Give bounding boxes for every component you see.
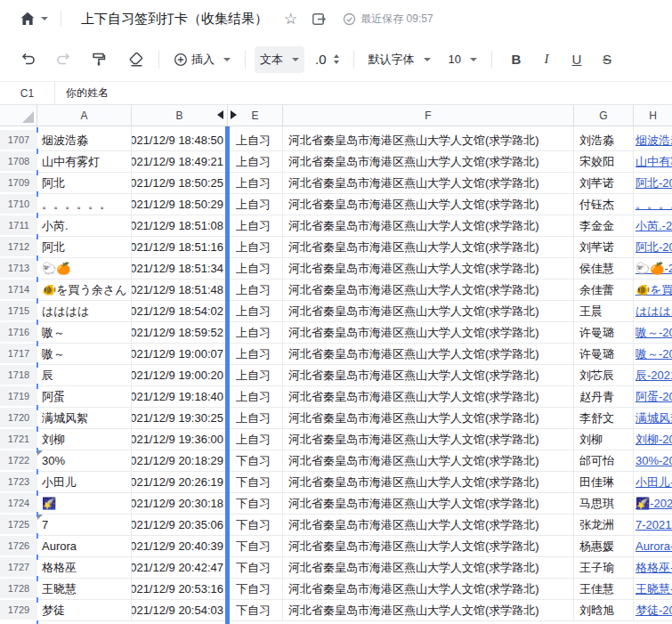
result-link[interactable]: はははは-2021/12/9 18:54:02	[636, 304, 672, 320]
result-link[interactable]: 阿蛋-2021/12/9 19:18:40	[636, 389, 672, 405]
cell-location[interactable]: 河北省秦皇岛市海港区燕山大学人文馆(求学路北)	[283, 130, 574, 151]
result-link[interactable]: 嗷～-2021/12/9 18:59:52	[636, 325, 672, 341]
cell-location[interactable]: 河北省秦皇岛市海港区燕山大学人文馆(求学路北)	[283, 301, 574, 322]
cell-session[interactable]: 上自习	[228, 408, 283, 429]
expand-hidden-columns-left-icon[interactable]	[217, 110, 223, 119]
cell-operator[interactable]: 赵丹青	[574, 386, 634, 408]
cell-name[interactable]: 🐠を買う余さん	[37, 280, 132, 301]
cell-location[interactable]: 河北省秦皇岛市海港区燕山大学人文馆(求学路北)	[283, 557, 574, 579]
cell-time[interactable]: 2021/12/9 20:42:47	[132, 557, 228, 579]
cell-name[interactable]: 。。。。。。	[37, 194, 132, 215]
row-number[interactable]: 1714	[0, 280, 37, 301]
italic-button[interactable]: I	[531, 46, 562, 73]
cell-location[interactable]: 河北省秦皇岛市海港区燕山大学人文馆(求学路北)	[283, 215, 574, 237]
cell-location[interactable]: 河北省秦皇岛市海港区燕山大学人文馆(求学路北)	[283, 365, 574, 386]
result-link[interactable]: 🌠-2021/12/9 20:30:18	[636, 497, 672, 510]
cell-session[interactable]: 上自习	[228, 301, 283, 322]
cell-session[interactable]: 下自习	[228, 600, 283, 621]
cell-name[interactable]: 烟波浩淼	[37, 130, 132, 151]
cell-operator[interactable]: 刘柳	[574, 429, 634, 450]
cell-name[interactable]: 梦徒	[37, 600, 132, 621]
cell-location[interactable]: 河北省秦皇岛市海港区燕山大学人文馆(求学路北)	[283, 472, 574, 493]
bold-button[interactable]: B	[501, 46, 531, 73]
cell-name[interactable]: 刘柳	[37, 429, 132, 450]
cell-session[interactable]: 上自习	[228, 173, 283, 194]
cell-operator[interactable]: 刘芯辰	[574, 365, 634, 386]
cell-operator[interactable]: 田佳琳	[574, 472, 634, 493]
cell-name[interactable]: 满城风絮	[37, 408, 132, 429]
cell-time[interactable]: 2021/12/9 18:50:29	[132, 194, 228, 215]
cell-time[interactable]: 2021/12/9 18:51:34	[132, 258, 228, 280]
result-link[interactable]: 满城风絮-2021/12/9 19:30:25	[636, 410, 672, 426]
cell-operator[interactable]: 侯佳慧	[574, 258, 634, 280]
row-number[interactable]: 1720	[0, 408, 37, 429]
cell-session[interactable]: 上自习	[228, 429, 283, 450]
cell-session[interactable]: 上自习	[228, 344, 283, 365]
cell-location[interactable]: 河北省秦皇岛市海港区燕山大学人文馆(求学路北)	[283, 194, 574, 215]
row-number[interactable]: 1713	[0, 258, 37, 280]
cell-operator[interactable]: 付钰杰	[574, 194, 634, 215]
row-number[interactable]: 1723	[0, 472, 37, 493]
cell-session[interactable]: 上自习	[228, 386, 283, 408]
undo-button[interactable]	[14, 46, 41, 73]
strikethrough-button[interactable]: S	[592, 46, 622, 73]
cell-operator[interactable]: 杨惠媛	[574, 536, 634, 557]
cell-location[interactable]: 河北省秦皇岛市海港区燕山大学人文馆(求学路北)	[283, 386, 574, 408]
cell-location[interactable]: 河北省秦皇岛市海港区燕山大学人文馆(求学路北)	[283, 151, 574, 173]
cell-name[interactable]: 🌠	[37, 493, 132, 515]
result-link[interactable]: 阿北-2021/12/9 18:50:25	[636, 175, 672, 191]
cell-location[interactable]: 河北省秦皇岛市海港区燕山大学人文馆(求学路北)	[283, 579, 574, 600]
row-number[interactable]: 1725	[0, 515, 37, 536]
cell-operator[interactable]: 王晨	[574, 301, 634, 322]
cell-time[interactable]: 2021/12/9 18:59:52	[132, 322, 228, 344]
number-format-dropdown[interactable]: 文本	[255, 46, 304, 73]
cell-reference-box[interactable]: C1	[0, 82, 55, 104]
cell-operator[interactable]: 许曼璐	[574, 322, 634, 344]
cell-location[interactable]: 河北省秦皇岛市海港区燕山大学人文馆(求学路北)	[283, 408, 574, 429]
result-link[interactable]: 辰-2021/12/9 19:00:20	[636, 368, 672, 384]
cell-session[interactable]: 上自习	[228, 365, 283, 386]
cell-session[interactable]: 上自习	[228, 194, 283, 215]
cell-time[interactable]: 2021/12/9 19:18:40	[132, 386, 228, 408]
move-share-icon[interactable]	[312, 12, 327, 27]
cell-location[interactable]: 河北省秦皇岛市海港区燕山大学人文馆(求学路北)	[283, 429, 574, 450]
font-family-dropdown[interactable]: 默认字体	[363, 46, 436, 73]
row-number[interactable]: 1707	[0, 130, 37, 151]
cell-time[interactable]: 2021/12/9 18:54:02	[132, 301, 228, 322]
cell-session[interactable]: 下自习	[228, 515, 283, 536]
eraser-button[interactable]	[123, 46, 150, 73]
row-number[interactable]: 1726	[0, 536, 37, 557]
cell-name[interactable]: 辰	[37, 365, 132, 386]
cell-name[interactable]: 王晓慧	[37, 579, 132, 600]
cell-session[interactable]: 下自习	[228, 579, 283, 600]
cell-location[interactable]: 河北省秦皇岛市海港区燕山大学人文馆(求学路北)	[283, 493, 574, 515]
cell-name[interactable]: 嗷～	[37, 344, 132, 365]
result-link[interactable]: 王晓慧-2021/12/9 20:53:16	[636, 581, 672, 597]
cell-time[interactable]: 2021/12/9 19:00:07	[132, 344, 228, 365]
cell-location[interactable]: 河北省秦皇岛市海港区燕山大学人文馆(求学路北)	[283, 344, 574, 365]
cell-operator[interactable]: 刘芊诺	[574, 173, 634, 194]
decimal-stepper[interactable]	[334, 54, 339, 64]
row-number[interactable]: 1727	[0, 557, 37, 579]
cell-time[interactable]: 2021/12/9 20:54:03	[132, 600, 228, 621]
cell-time[interactable]: 2021/12/9 18:51:16	[132, 237, 228, 258]
result-link[interactable]: 30%-2021/12/9 20:18:29	[636, 454, 672, 467]
result-link[interactable]: 烟波浩淼-2021/12/9 18:48:50	[636, 133, 672, 149]
cell-session[interactable]: 上自习	[228, 280, 283, 301]
cell-operator[interactable]: 马思琪	[574, 493, 634, 515]
cell-operator[interactable]: 张龙洲	[574, 515, 634, 536]
row-number[interactable]: 1715	[0, 301, 37, 322]
cell-session[interactable]: 下自习	[228, 472, 283, 493]
cell-location[interactable]: 河北省秦皇岛市海港区燕山大学人文馆(求学路北)	[283, 322, 574, 344]
cell-name[interactable]: 嗷～	[37, 322, 132, 344]
expand-hidden-columns-right-icon[interactable]	[231, 110, 237, 119]
cell-name[interactable]: 阿北	[37, 237, 132, 258]
result-link[interactable]: 小田儿-2021/12/9 20:26:19	[636, 474, 672, 490]
cell-location[interactable]: 河北省秦皇岛市海港区燕山大学人文馆(求学路北)	[283, 258, 574, 280]
result-link[interactable]: 格格巫-2021/12/9 20:42:47	[636, 560, 672, 576]
cell-operator[interactable]: 刘浩淼	[574, 130, 634, 151]
result-link[interactable]: 梦徒-2021/12/9 20:54:03	[636, 603, 672, 619]
result-link[interactable]: 7-2021/12/9 20:35:06	[636, 518, 672, 531]
row-number[interactable]: 1717	[0, 344, 37, 365]
cell-name[interactable]: 🐑🍊	[37, 258, 132, 280]
